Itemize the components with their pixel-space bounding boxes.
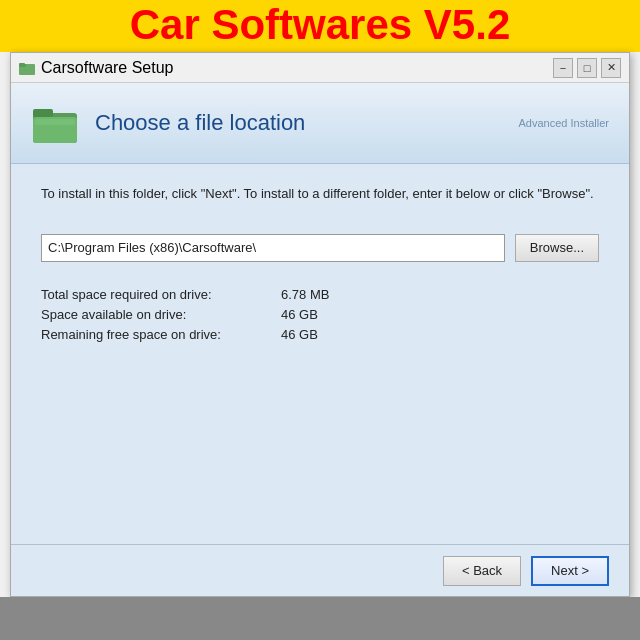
titlebar-folder-icon — [19, 60, 35, 76]
titlebar-controls: − □ ✕ — [553, 58, 621, 78]
disk-label: Total space required on drive: — [41, 287, 281, 302]
folder-icon — [31, 99, 79, 147]
footer: < Back Next > — [11, 544, 629, 596]
minimize-button[interactable]: − — [553, 58, 573, 78]
next-button[interactable]: Next > — [531, 556, 609, 586]
svg-rect-6 — [35, 119, 75, 125]
instruction-text: To install in this folder, click "Next".… — [41, 184, 599, 204]
disk-value: 46 GB — [281, 307, 318, 322]
disk-label: Remaining free space on drive: — [41, 327, 281, 342]
content-area: Choose a file location Advanced Installe… — [11, 83, 629, 596]
disk-value: 46 GB — [281, 327, 318, 342]
disk-label: Space available on drive: — [41, 307, 281, 322]
svg-rect-4 — [33, 109, 53, 117]
browse-button[interactable]: Browse... — [515, 234, 599, 262]
installer-window: Carsoftware Setup − □ ✕ — [10, 52, 630, 597]
bottom-strip — [0, 597, 640, 640]
header-title: Choose a file location — [95, 110, 305, 136]
path-row: Browse... — [41, 234, 599, 262]
advanced-installer-label: Advanced Installer — [519, 117, 610, 129]
header-section: Choose a file location Advanced Installe… — [11, 83, 629, 164]
banner-title: Car Softwares V5.2 — [130, 1, 511, 49]
titlebar-title: Carsoftware Setup — [41, 59, 174, 77]
banner: Car Softwares V5.2 — [0, 0, 640, 52]
svg-rect-2 — [19, 63, 25, 65]
disk-info-row: Remaining free space on drive:46 GB — [41, 327, 599, 342]
folder-icon-wrap — [31, 99, 79, 147]
path-input[interactable] — [41, 234, 505, 262]
disk-info: Total space required on drive:6.78 MBSpa… — [41, 287, 599, 342]
disk-info-row: Space available on drive:46 GB — [41, 307, 599, 322]
titlebar: Carsoftware Setup − □ ✕ — [11, 53, 629, 83]
disk-info-row: Total space required on drive:6.78 MB — [41, 287, 599, 302]
titlebar-left: Carsoftware Setup — [19, 59, 174, 77]
restore-button[interactable]: □ — [577, 58, 597, 78]
back-button[interactable]: < Back — [443, 556, 521, 586]
close-button[interactable]: ✕ — [601, 58, 621, 78]
body-section: To install in this folder, click "Next".… — [11, 164, 629, 544]
disk-value: 6.78 MB — [281, 287, 329, 302]
